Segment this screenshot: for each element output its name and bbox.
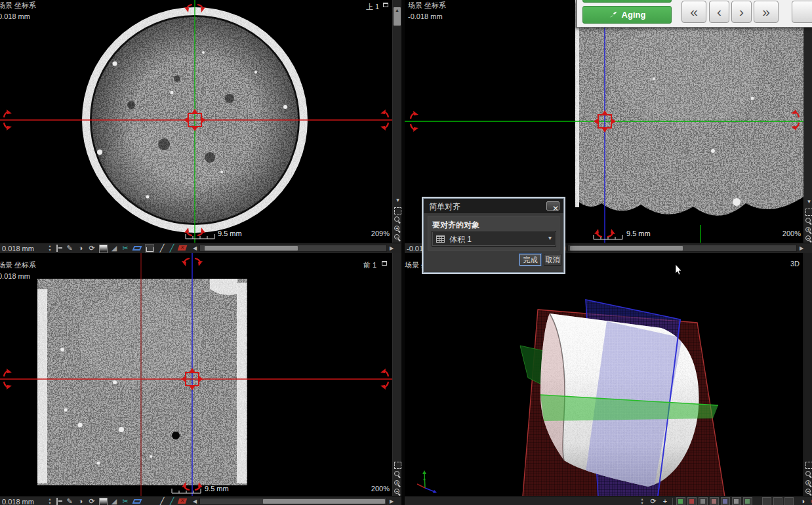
nav-next-button[interactable]: ›	[731, 1, 752, 23]
fit-view-icon[interactable]	[805, 462, 812, 469]
pane-window-icon[interactable]	[382, 261, 387, 266]
nav-last-button[interactable]: »	[754, 1, 779, 23]
stepper[interactable]: ▴▾	[47, 497, 52, 505]
selected-object: 体积 1	[449, 234, 472, 245]
strip-dropdown-icon[interactable]: ▾	[805, 197, 812, 205]
magnifier-icon[interactable]	[394, 471, 401, 479]
cancel-button[interactable]: 取消	[544, 254, 561, 266]
slice-slider-icon[interactable]	[56, 245, 64, 252]
done-button[interactable]: 完成	[519, 254, 541, 266]
extra-button[interactable]	[792, 1, 812, 23]
render-swatch	[689, 499, 694, 504]
measure-tool-tile[interactable]	[145, 244, 154, 253]
vscrollbar-bottom-right[interactable]: + −	[803, 253, 812, 496]
slice-slider-icon[interactable]	[56, 498, 64, 505]
scissors-icon[interactable]: ✂	[121, 244, 130, 253]
grayscale-ramp-icon[interactable]	[99, 245, 108, 253]
coord-system-label: 场景 坐标系	[0, 1, 36, 10]
render-mode-icon-2[interactable]	[687, 497, 697, 505]
clip-plane-icon[interactable]	[132, 499, 142, 504]
line-tool-icon[interactable]: ╱	[157, 497, 167, 505]
contrast-icon[interactable]: ◑	[76, 244, 85, 253]
annotation-pen-icon[interactable]: ✎	[65, 497, 74, 505]
line-tool-icon[interactable]: ╱	[157, 244, 167, 253]
stop-icon[interactable]: ⊘	[809, 497, 812, 505]
object-select-dropdown[interactable]: 体积 1 ▾	[432, 231, 556, 247]
eraser-icon[interactable]: ✕	[178, 498, 188, 504]
scale-label: 9.5 mm	[205, 485, 229, 493]
dialog-titlebar[interactable]: 简单对齐 ✕	[424, 199, 563, 213]
hscroll-right-arrow[interactable]: ▶	[388, 498, 395, 505]
hscroll-thumb[interactable]	[263, 499, 385, 504]
nav-first-button[interactable]: «	[681, 1, 706, 23]
hscroll-left-arrow[interactable]: ◀	[192, 245, 198, 253]
pan-icon[interactable]: +	[660, 497, 670, 505]
magnifier-icon[interactable]	[805, 218, 812, 226]
annotation-pen-icon[interactable]: ✎	[65, 244, 74, 253]
grayscale-ramp-icon[interactable]	[99, 498, 108, 505]
hidden-green-button[interactable]	[582, 0, 672, 3]
scissors-icon[interactable]: ✂	[121, 497, 130, 505]
ramp-triangle-icon[interactable]: ◢	[110, 244, 119, 253]
zoom-out-icon[interactable]: −	[394, 234, 401, 242]
close-icon: ✕	[552, 205, 559, 213]
vscrollbar-top-left[interactable]: ▲ ▾ + −	[392, 0, 402, 243]
view-option-icon-1[interactable]	[762, 497, 771, 505]
thickness-readout[interactable]: 0.018 mm	[2, 498, 34, 505]
ct-alignment-workspace: 场景 坐标系 0.018 mm 上 1 9.5 mm 209% ▲ ▾ + − …	[0, 0, 812, 505]
fit-view-icon[interactable]	[805, 209, 812, 216]
aging-button[interactable]: Aging	[582, 6, 672, 24]
hscroll-right-arrow[interactable]: ▶	[388, 245, 395, 253]
magnifier-icon[interactable]	[394, 216, 401, 224]
fit-view-icon[interactable]	[394, 207, 401, 214]
render-mode-icon-7[interactable]	[743, 497, 752, 505]
fit-view-icon[interactable]	[394, 462, 401, 469]
stepper[interactable]: ▴▾	[639, 497, 645, 505]
contrast-icon[interactable]: ◑	[76, 497, 85, 505]
vscrollbar-top-right[interactable]: ▾ + −	[803, 0, 812, 243]
render-mode-icon-3[interactable]	[699, 497, 708, 505]
zoom-in-icon[interactable]: +	[805, 227, 812, 235]
scroll-up-icon[interactable]: ▲	[395, 8, 399, 12]
polyline-tool-icon[interactable]: ╱	[167, 244, 176, 253]
render-swatch	[734, 499, 739, 504]
strip-dropdown-icon[interactable]: ▾	[394, 196, 401, 204]
pane-window-icon[interactable]	[383, 3, 388, 7]
hscrollbar[interactable]	[199, 245, 387, 252]
zoom-in-icon[interactable]: +	[805, 480, 812, 488]
clip-plane-icon[interactable]	[132, 246, 142, 251]
render-mode-icon-4[interactable]	[710, 497, 719, 505]
offset-readout: 0.018 mm	[0, 272, 30, 281]
hscroll-thumb[interactable]	[205, 246, 298, 251]
rotate-icon[interactable]: ⟳	[87, 244, 96, 253]
view-option-icon-2[interactable]	[773, 497, 782, 505]
rotate-icon[interactable]: ⟳	[87, 497, 96, 505]
hscrollbar[interactable]	[199, 498, 387, 505]
view-option-icon-3[interactable]	[784, 497, 794, 505]
vscroll-thumb[interactable]: ▲	[394, 7, 401, 26]
thickness-readout[interactable]: 0.018 mm	[2, 245, 34, 253]
eraser-icon[interactable]: ✕	[178, 245, 188, 251]
ramp-triangle-icon[interactable]: ◢	[110, 497, 119, 505]
pane-top-view: 场景 坐标系 0.018 mm 上 1 9.5 mm 209%	[0, 0, 392, 243]
nav-prev-button[interactable]: ‹	[709, 1, 729, 23]
polyline-tool-icon[interactable]: ╱	[167, 497, 176, 505]
thickness-readout[interactable]: -0.018 mm	[407, 245, 424, 253]
lighting-icon[interactable]: ◑	[798, 497, 807, 505]
dialog-object-group: 要对齐的对象 体积 1 ▾	[428, 216, 559, 251]
rotate-view-icon[interactable]: ⟳	[649, 497, 658, 505]
render-mode-icon-6[interactable]	[732, 497, 741, 505]
render-mode-icon-5[interactable]	[721, 497, 730, 505]
stepper[interactable]: ▴▾	[47, 244, 52, 252]
hscroll-thumb[interactable]	[570, 246, 683, 251]
zoom-in-icon[interactable]: +	[394, 226, 401, 233]
vscrollbar-bottom-left[interactable]: + −	[392, 253, 402, 496]
hscroll-left-arrow[interactable]: ◀	[192, 498, 198, 505]
hscrollbar[interactable]	[567, 245, 797, 252]
zoom-in-icon[interactable]: +	[394, 480, 401, 488]
first-icon: «	[690, 4, 698, 19]
hscroll-right-arrow[interactable]: ▶	[798, 245, 805, 253]
dialog-close-button[interactable]: ✕	[546, 201, 559, 211]
magnifier-icon[interactable]	[805, 471, 812, 479]
render-mode-icon-1[interactable]	[676, 497, 685, 505]
